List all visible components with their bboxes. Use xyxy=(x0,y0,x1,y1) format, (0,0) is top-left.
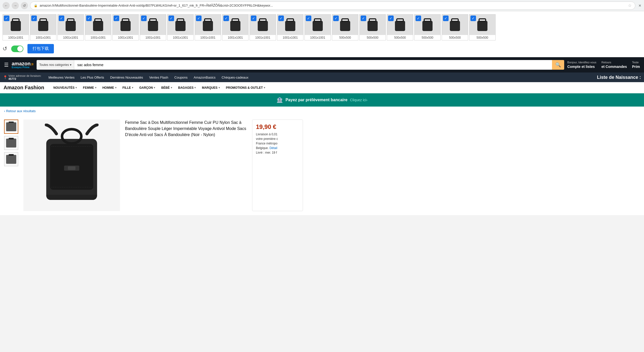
thumbnail-2[interactable] xyxy=(4,136,18,150)
image-size-label-8: 1001x1001 xyxy=(222,35,248,40)
image-checkbox-13[interactable]: ✓ xyxy=(361,16,366,21)
product-main-image xyxy=(23,120,120,211)
delivery-line2: 45772 xyxy=(8,77,41,80)
image-checkbox-7[interactable]: ✓ xyxy=(196,16,202,21)
other-line1: Teste xyxy=(632,61,640,64)
reset-button[interactable]: ↺ xyxy=(3,46,7,52)
bookmark-icon[interactable]: ☆ xyxy=(628,3,632,8)
image-item-16[interactable]: ✓500x500 xyxy=(442,14,468,40)
image-checkbox-17[interactable]: ✓ xyxy=(470,16,476,21)
nav-link-1[interactable]: Les Plus Offerts xyxy=(78,72,107,82)
delivery-detail-link[interactable]: Détail xyxy=(269,146,277,150)
svg-rect-38 xyxy=(6,139,16,148)
image-item-0[interactable]: ✓1001x1001 xyxy=(3,14,29,40)
nav-link-0[interactable]: Meilleures Ventes xyxy=(45,72,78,82)
fashion-nav-item-4[interactable]: GARÇON▾ xyxy=(136,82,158,93)
fashion-bar: Amazon Fashion NOUVEAUTÉS▾FEMME▾HOMME▾FI… xyxy=(0,82,644,93)
image-checkbox-15[interactable]: ✓ xyxy=(416,16,421,21)
download-button[interactable]: 打包下载 xyxy=(27,44,54,53)
forward-button[interactable]: → xyxy=(12,2,19,9)
nav-link-4[interactable]: Coupons xyxy=(171,72,191,82)
price-section: 19,90 € Livraison à 0,01 votre première … xyxy=(252,120,303,211)
back-to-results[interactable]: ‹ Retour aux résultats xyxy=(0,107,644,115)
thumbnail-1[interactable] xyxy=(4,120,18,134)
image-size-label-0: 1001x1001 xyxy=(3,35,29,40)
image-item-17[interactable]: ✓500x500 xyxy=(469,14,496,40)
nav-link-5[interactable]: AmazonBasics xyxy=(191,72,219,82)
image-checkbox-10[interactable]: ✓ xyxy=(278,16,284,21)
fashion-nav-item-5[interactable]: BÉBÉ▾ xyxy=(158,82,175,93)
image-checkbox-11[interactable]: ✓ xyxy=(306,16,311,21)
image-checkbox-14[interactable]: ✓ xyxy=(388,16,394,21)
image-checkbox-3[interactable]: ✓ xyxy=(86,16,92,21)
svg-rect-20 xyxy=(285,21,295,31)
reload-button[interactable]: ↺ xyxy=(21,2,28,9)
toggle-switch[interactable] xyxy=(11,46,23,52)
bank-icon: 🏦 xyxy=(277,97,283,103)
image-checkbox-2[interactable]: ✓ xyxy=(59,16,64,21)
search-button[interactable]: 🔍 xyxy=(552,60,564,70)
image-checkbox-16[interactable]: ✓ xyxy=(443,16,449,21)
image-item-3[interactable]: ✓1001x1001 xyxy=(85,14,111,40)
image-item-6[interactable]: ✓1001x1001 xyxy=(167,14,194,40)
image-item-10[interactable]: ✓1001x1001 xyxy=(277,14,303,40)
signin-item[interactable]: Bonjour, Identifiez-vous Compte et liste… xyxy=(567,61,596,69)
lock-icon: 🔒 xyxy=(34,4,38,7)
image-item-11[interactable]: ✓1001x1001 xyxy=(304,14,331,40)
address-bar[interactable]: 🔒 amazon.fr/Multifonctionnel-Bandoulière… xyxy=(30,2,635,10)
image-item-8[interactable]: ✓1001x1001 xyxy=(222,14,249,40)
image-item-12[interactable]: ✓500x500 xyxy=(332,14,358,40)
image-checkbox-12[interactable]: ✓ xyxy=(333,16,339,21)
fashion-nav-label-5: BÉBÉ xyxy=(161,86,170,90)
image-checkbox-0[interactable]: ✓ xyxy=(4,16,9,21)
hamburger-menu[interactable]: ☰ xyxy=(4,62,9,68)
fashion-nav-item-7[interactable]: MARQUES▾ xyxy=(199,82,223,93)
fashion-nav-item-6[interactable]: BAGAGES▾ xyxy=(175,82,199,93)
image-checkbox-9[interactable]: ✓ xyxy=(251,16,256,21)
image-item-5[interactable]: ✓1001x1001 xyxy=(140,14,166,40)
image-item-15[interactable]: ✓500x500 xyxy=(414,14,441,40)
image-checkbox-8[interactable]: ✓ xyxy=(223,16,229,21)
svg-rect-26 xyxy=(367,21,378,31)
category-label: Toutes nos catégories xyxy=(39,63,69,67)
fashion-nav: NOUVEAUTÉS▾FEMME▾HOMME▾FILLE▾GARÇON▾BÉBÉ… xyxy=(50,82,268,93)
logo-prime: Essayez Prime xyxy=(12,66,34,69)
image-item-14[interactable]: ✓500x500 xyxy=(387,14,413,40)
returns-line2: et Commandes xyxy=(602,64,627,69)
thumbnail-3[interactable] xyxy=(4,152,18,166)
nav-link-2[interactable]: Dernières Nouveautés xyxy=(107,72,146,82)
svg-rect-22 xyxy=(313,21,323,31)
image-item-13[interactable]: ✓500x500 xyxy=(359,14,386,40)
fashion-nav-item-2[interactable]: HOMME▾ xyxy=(99,82,119,93)
image-item-7[interactable]: ✓1001x1001 xyxy=(195,14,221,40)
nav-link-6[interactable]: Chèques-cadeaux xyxy=(219,72,252,82)
image-size-label-3: 1001x1001 xyxy=(85,35,111,40)
fashion-chevron-8: ▾ xyxy=(264,86,265,89)
image-checkbox-4[interactable]: ✓ xyxy=(114,16,119,21)
nav-link-3[interactable]: Ventes Flash xyxy=(146,72,171,82)
delivery-belgique: Belgique. xyxy=(256,146,269,150)
image-checkbox-5[interactable]: ✓ xyxy=(141,16,147,21)
tab-close-icon[interactable]: ✕ xyxy=(638,4,641,8)
fashion-nav-item-3[interactable]: FILLE▾ xyxy=(119,82,136,93)
amazon-logo[interactable]: amazon.fr Essayez Prime xyxy=(12,61,34,69)
image-item-4[interactable]: ✓1001x1001 xyxy=(112,14,139,40)
search-input[interactable] xyxy=(74,60,552,70)
image-item-2[interactable]: ✓1001x1001 xyxy=(57,14,84,40)
fashion-nav-item-0[interactable]: NOUVEAUTÉS▾ xyxy=(50,82,80,93)
svg-rect-11 xyxy=(150,19,156,21)
image-item-1[interactable]: ✓1001x1001 xyxy=(30,14,56,40)
fashion-nav-item-1[interactable]: FEMME▾ xyxy=(80,82,99,93)
returns-item[interactable]: Retours et Commandes xyxy=(602,61,627,69)
back-button[interactable]: ← xyxy=(3,2,10,9)
toggle-knob xyxy=(17,46,23,52)
other-item[interactable]: Teste Prim xyxy=(632,61,640,69)
delivery-info-text: Livraison à 0,01 votre première c France… xyxy=(256,132,299,155)
promo-cta[interactable]: Cliquez ici› xyxy=(350,98,367,102)
image-item-9[interactable]: ✓1001x1001 xyxy=(250,14,276,40)
svg-rect-3 xyxy=(40,19,47,21)
image-checkbox-1[interactable]: ✓ xyxy=(31,16,37,21)
image-checkbox-6[interactable]: ✓ xyxy=(168,16,174,21)
category-select[interactable]: Toutes nos catégories ▾ xyxy=(37,60,74,70)
fashion-nav-item-8[interactable]: PROMOTIONS & OUTLET▾ xyxy=(223,82,268,93)
